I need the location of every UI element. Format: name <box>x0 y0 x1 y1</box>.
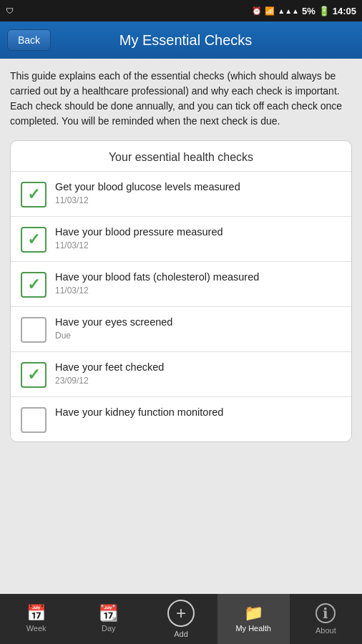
item-label: Have your kidney function monitored <box>55 406 341 419</box>
nav-item-day[interactable]: 📆 Day <box>72 594 145 644</box>
shield-icon: 🛡 <box>6 6 14 15</box>
item-label: Have your blood pressure measured <box>55 225 341 239</box>
clock: 14:05 <box>333 6 356 16</box>
my-health-icon: 📁 <box>244 605 263 621</box>
about-icon: ℹ <box>315 603 336 623</box>
list-item[interactable]: ✓ Have your blood fats (cholesterol) mea… <box>11 262 351 307</box>
checkbox-1[interactable]: ✓ <box>21 182 47 208</box>
item-date: 11/03/12 <box>55 240 341 250</box>
alarm-icon: ⏰ <box>252 6 262 16</box>
nav-item-add[interactable]: + Add <box>145 594 217 644</box>
item-text-3: Have your blood fats (cholesterol) measu… <box>55 270 341 296</box>
checkbox-4[interactable] <box>21 317 47 343</box>
header: Back My Essential Checks <box>0 21 362 59</box>
list-item[interactable]: ✓ Have your feet checked 23/09/12 <box>11 352 351 397</box>
item-text-6: Have your kidney function monitored <box>55 406 341 419</box>
status-right: ⏰ 📶 ▲▲▲ 5% 🔋 14:05 <box>252 6 356 16</box>
bottom-nav: 📅 Week 📆 Day + Add 📁 My Health ℹ About <box>0 594 362 644</box>
status-left: 🛡 <box>6 6 14 15</box>
nav-label-add: Add <box>174 630 188 638</box>
item-label: Get your blood glucose levels measured <box>55 180 341 194</box>
card-title: Your essential health checks <box>11 141 351 172</box>
page-title: My Essential Checks <box>59 32 312 49</box>
list-item[interactable]: ✓ Have your blood pressure measured 11/0… <box>11 217 351 262</box>
checkmark-icon: ✓ <box>27 232 40 248</box>
nav-item-about[interactable]: ℹ About <box>290 594 362 644</box>
nav-label-about: About <box>315 626 336 635</box>
day-icon: 📆 <box>99 605 118 621</box>
item-due: Due <box>55 331 341 341</box>
item-date: 11/03/12 <box>55 286 341 296</box>
nav-label-day: Day <box>102 624 116 633</box>
nav-item-my-health[interactable]: 📁 My Health <box>217 594 290 644</box>
list-item[interactable]: Have your eyes screened Due <box>11 307 351 352</box>
item-text-1: Get your blood glucose levels measured 1… <box>55 180 341 205</box>
health-checks-card: Your essential health checks ✓ Get your … <box>10 140 352 442</box>
item-text-4: Have your eyes screened Due <box>55 316 341 341</box>
status-bar: 🛡 ⏰ 📶 ▲▲▲ 5% 🔋 14:05 <box>0 0 362 21</box>
list-item[interactable]: ✓ Get your blood glucose levels measured… <box>11 172 351 217</box>
wifi-icon: 📶 <box>265 6 275 16</box>
intro-text: This guide explains each of the essentia… <box>10 69 352 129</box>
checkbox-6[interactable] <box>21 407 47 433</box>
week-icon: 📅 <box>26 605 46 621</box>
main-content: This guide explains each of the essentia… <box>0 59 362 594</box>
battery-icon: 🔋 <box>318 6 330 16</box>
checkmark-icon: ✓ <box>27 277 40 293</box>
item-text-2: Have your blood pressure measured 11/03/… <box>55 225 341 250</box>
checkmark-icon: ✓ <box>27 367 40 383</box>
item-label: Have your feet checked <box>55 361 341 374</box>
checkbox-3[interactable]: ✓ <box>21 272 47 298</box>
back-button[interactable]: Back <box>7 29 51 51</box>
item-date: 23/09/12 <box>55 376 341 386</box>
item-label: Have your eyes screened <box>55 316 341 329</box>
nav-item-week[interactable]: 📅 Week <box>0 594 72 644</box>
checkbox-2[interactable]: ✓ <box>21 227 47 253</box>
nav-label-week: Week <box>26 624 47 633</box>
item-text-5: Have your feet checked 23/09/12 <box>55 361 341 386</box>
item-label: Have your blood fats (cholesterol) measu… <box>55 270 341 284</box>
list-item[interactable]: Have your kidney function monitored <box>11 397 351 441</box>
checkbox-5[interactable]: ✓ <box>21 362 47 388</box>
signal-icon: ▲▲▲ <box>278 7 299 15</box>
battery-text: 5% <box>302 6 315 16</box>
item-date: 11/03/12 <box>55 195 341 205</box>
add-circle-icon: + <box>167 600 195 627</box>
nav-label-my-health: My Health <box>235 624 271 633</box>
checkmark-icon: ✓ <box>27 187 40 203</box>
